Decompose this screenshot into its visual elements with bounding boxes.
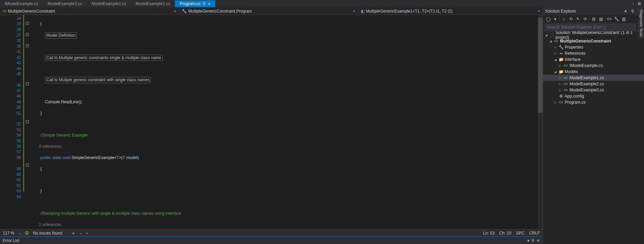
pin-icon[interactable]: ⚲ — [203, 1, 206, 6]
csharp-file-icon: C# — [558, 100, 564, 105]
issues-status[interactable]: No issues found — [33, 231, 62, 236]
nav-dropdown[interactable] — [79, 231, 81, 236]
fold-expand-icon[interactable]: + — [26, 22, 29, 25]
properties-icon[interactable]: <> — [606, 16, 612, 22]
forward-icon[interactable]: ▾ — [552, 16, 558, 22]
nav-forward-icon[interactable]: ► — [85, 231, 89, 236]
scroll-thumb[interactable] — [538, 18, 543, 113]
no-issues-icon: ⦿ — [25, 231, 29, 236]
properties-node[interactable]: ▷🔧 Properties — [543, 44, 644, 50]
refresh-icon[interactable]: ⟳ — [582, 16, 588, 22]
folding-column: + + + − − − — [26, 15, 30, 229]
file-modelexample3[interactable]: ▷C# ModelExample3.cs — [543, 87, 644, 93]
nav-project-dropdown[interactable]: C# MultipleGenericConstraint▾ — [0, 9, 179, 14]
solution-explorer: Solution Explorer ▾ ⚲ ✕ ◯ ▾ ⌂ ⟲ ✎ ⟳ ⊟ ▤ … — [543, 7, 644, 244]
fold-collapse-icon[interactable]: − — [26, 82, 29, 85]
csharp-file-icon: C# — [563, 87, 568, 93]
models-folder-node[interactable]: ◢📁 Models — [543, 69, 644, 75]
sync-icon[interactable]: ⟲ — [568, 16, 574, 22]
zoom-level[interactable]: 117 % — [3, 231, 14, 236]
file-program[interactable]: ▷C# Program.cs — [543, 99, 644, 105]
tab-modelexample3[interactable]: ModelExample3.cs — [43, 0, 87, 7]
indent-mode[interactable]: SPC — [516, 231, 525, 236]
collapsed-region[interactable]: Model Definition — [45, 32, 77, 38]
fold-expand-icon[interactable]: + — [26, 33, 29, 36]
solution-node[interactable]: ◢⬚ Solution 'MultipleGenericConstraint' … — [543, 32, 644, 38]
folder-icon: 📁 — [558, 57, 564, 62]
editor-status-bar: 117 % ⦿ No issues found ◄ ► Ln: 53 Ch: 1… — [0, 229, 543, 237]
diagnostic-tools-tab[interactable]: Diagnostic Tools — [638, 7, 644, 39]
tab-overflow-dropdown[interactable] — [630, 1, 635, 6]
pending-changes-icon[interactable]: ✎ — [575, 16, 581, 22]
back-icon[interactable]: ◯ — [545, 16, 551, 22]
file-imodelexample[interactable]: ▷C# IModelExample.cs — [543, 63, 644, 69]
csharp-file-icon: C# — [563, 75, 568, 81]
file-modelexample1[interactable]: ▷C# ModelExample1.cs — [543, 75, 644, 81]
panel-dropdown-icon[interactable]: ▾ — [527, 238, 529, 243]
code-editor[interactable]: 1415262735364142434445464748495051525354… — [0, 15, 543, 229]
solution-explorer-title: Solution Explorer ▾ ⚲ ✕ — [543, 7, 644, 15]
fold-expand-icon[interactable]: + — [26, 44, 29, 47]
vertical-scrollbar[interactable] — [538, 15, 543, 229]
interface-folder-node[interactable]: ◢📁 Interface — [543, 56, 644, 63]
csharp-file-icon: C# — [563, 81, 568, 87]
solution-search: 🔍 — [543, 23, 644, 31]
line-number-gutter: 1415262735364142434445464748495051525354… — [0, 15, 23, 229]
fold-collapse-icon[interactable]: − — [26, 163, 29, 167]
fold-collapse-icon[interactable]: − — [26, 120, 29, 123]
file-appconfig[interactable]: ⚙ App.config — [543, 93, 644, 99]
document-tabs: IModelExample.cs ModelExample3.cs ModelE… — [0, 0, 644, 7]
solution-search-input[interactable] — [544, 24, 636, 31]
close-tab-icon[interactable]: ✕ — [208, 2, 211, 6]
window-pin-icon[interactable]: ⚲ — [630, 8, 635, 14]
collapse-all-icon[interactable]: ⊟ — [591, 16, 597, 22]
home-icon[interactable]: ⌂ — [561, 16, 567, 22]
panel-pin-icon[interactable]: ⚲ — [531, 238, 534, 243]
references-node[interactable]: ▷▪▪ References — [543, 50, 644, 56]
panel-close-icon[interactable]: ✕ — [536, 238, 540, 243]
view-icon[interactable]: ▥ — [621, 16, 627, 22]
config-file-icon: ⚙ — [558, 93, 564, 99]
zoom-dropdown[interactable] — [18, 231, 21, 236]
nav-back-icon[interactable]: ◄ — [71, 231, 75, 236]
preview-icon[interactable]: 🔧 — [613, 16, 620, 22]
file-modelexample2[interactable]: ▷C# ModelExample2.cs — [543, 81, 644, 87]
tab-imodelexample[interactable]: IModelExample.cs — [0, 0, 43, 7]
collapsed-region[interactable]: Call to Multiple generic constraints sin… — [45, 55, 162, 61]
wrench-icon: 🔧 — [558, 45, 564, 50]
window-dropdown-icon[interactable]: ▾ — [623, 8, 628, 14]
cursor-line: Ln: 53 — [483, 231, 494, 236]
nav-class-dropdown[interactable]: 🔧 MultipleGenericConstraint.Program▾ — [179, 9, 358, 14]
solution-tree: ◢⬚ Solution 'MultipleGenericConstraint' … — [543, 31, 644, 244]
solution-explorer-toolbar: ◯ ▾ ⌂ ⟲ ✎ ⟳ ⊟ ▤ <> 🔧 ▥ — [543, 15, 644, 23]
change-margin — [23, 15, 26, 229]
class-icon: 🔧 — [182, 9, 187, 14]
settings-gear-icon[interactable]: ⚙ — [637, 1, 642, 6]
references-icon: ▪▪ — [558, 51, 564, 56]
csharp-file-icon: C# — [563, 63, 568, 68]
error-list-panel[interactable]: Error List ▾ ⚲ ✕ — [0, 237, 543, 244]
tab-modelexample1[interactable]: ModelExample1.cs — [131, 0, 175, 7]
solution-icon: ⬚ — [549, 32, 555, 38]
folder-icon: 📁 — [558, 69, 564, 74]
line-ending[interactable]: CRLF — [529, 231, 540, 236]
csharp-project-icon: C# — [554, 38, 559, 44]
tab-program-active[interactable]: Program.cs ⚲ ✕ — [175, 0, 215, 7]
collapsed-region[interactable]: Call to Mutiple generic constraint with … — [45, 77, 151, 83]
tab-modelexample2[interactable]: ModelExample2.cs — [87, 0, 131, 7]
code-text[interactable]: { Model Definition Call to Multiple gene… — [30, 15, 543, 229]
code-nav-bar: C# MultipleGenericConstraint▾ 🔧 Multiple… — [0, 7, 543, 15]
nav-member-dropdown[interactable]: ◧ MultipleGenericExample1<T1, T2>(T1 t1,… — [358, 9, 543, 14]
cursor-char: Ch: 10 — [499, 231, 511, 236]
method-icon: ◧ — [361, 9, 365, 14]
csharp-project-icon: C# — [3, 10, 7, 13]
show-all-files-icon[interactable]: ▤ — [598, 16, 604, 22]
